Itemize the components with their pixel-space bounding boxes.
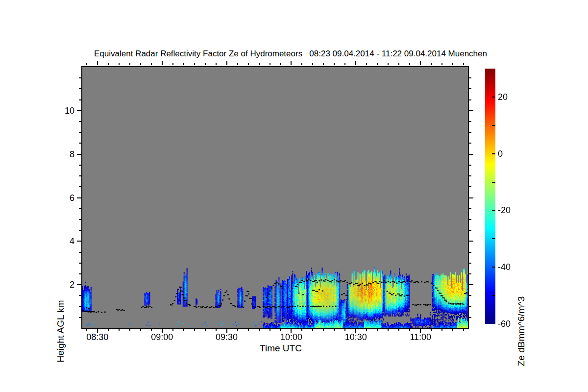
y-minor-tick (469, 273, 471, 274)
x-tick-label: 09:30 (210, 332, 244, 343)
x-minor-tick (140, 329, 141, 331)
x-minor-tick (108, 63, 109, 65)
y-minor-tick (469, 175, 471, 176)
y-tick-label: 10 (55, 106, 74, 116)
y-minor-tick (79, 99, 81, 100)
y-minor-tick (79, 219, 81, 220)
y-minor-tick (469, 77, 471, 78)
x-minor-tick (377, 329, 378, 331)
x-minor-tick (129, 329, 130, 331)
y-minor-tick (469, 306, 471, 307)
y-minor-tick (79, 132, 81, 133)
x-minor-tick (248, 329, 249, 331)
x-minor-tick (463, 63, 464, 65)
x-minor-tick (344, 329, 345, 331)
x-minor-tick (377, 63, 378, 65)
x-minor-tick (334, 63, 335, 65)
y-minor-tick (469, 88, 471, 89)
y-minor-tick (469, 230, 471, 231)
y-tick-label: 2 (55, 280, 74, 290)
y-minor-tick (79, 295, 81, 296)
x-major-tick (226, 61, 227, 65)
colorbar-tick-label: 20 (498, 92, 521, 102)
x-minor-tick (237, 63, 238, 65)
x-minor-tick (441, 329, 442, 331)
x-minor-tick (270, 63, 270, 65)
y-major-tick (469, 110, 473, 111)
x-minor-tick (183, 329, 184, 331)
x-minor-tick (323, 63, 324, 65)
x-minor-tick (452, 329, 453, 331)
y-minor-tick (469, 295, 471, 296)
y-minor-tick (79, 317, 81, 318)
y-minor-tick (469, 143, 471, 144)
colorbar-tick (492, 267, 495, 268)
x-minor-tick (194, 63, 195, 65)
x-minor-tick (301, 329, 302, 331)
x-tick-label: 09:00 (145, 332, 179, 343)
y-minor-tick (79, 165, 81, 166)
colorbar-tick-label: -40 (498, 262, 521, 272)
x-minor-tick (151, 329, 152, 331)
x-minor-tick (431, 63, 432, 65)
radar-reflectivity-figure: Equivalent Radar Reflectivity Factor Ze … (0, 0, 588, 392)
y-minor-tick (79, 306, 81, 307)
x-minor-tick (366, 329, 367, 331)
y-minor-tick (79, 208, 81, 209)
x-minor-tick (237, 329, 238, 331)
y-minor-tick (79, 273, 81, 274)
y-minor-tick (469, 121, 471, 122)
y-minor-tick (469, 219, 471, 220)
y-minor-tick (469, 99, 471, 100)
colorbar-tick (492, 295, 495, 296)
x-minor-tick (216, 329, 217, 331)
y-tick-label: 8 (55, 149, 74, 160)
x-minor-tick (431, 329, 432, 331)
x-major-tick (291, 61, 292, 65)
x-major-tick (355, 61, 356, 65)
x-minor-tick (86, 63, 87, 65)
x-minor-tick (259, 63, 260, 65)
y-minor-tick (79, 230, 81, 231)
colorbar-tick-label: -20 (498, 205, 521, 216)
x-minor-tick (172, 329, 173, 331)
y-minor-tick (79, 88, 81, 89)
y-major-tick (77, 154, 81, 155)
x-tick-label: 11:00 (403, 332, 438, 343)
x-minor-tick (398, 63, 399, 65)
x-minor-tick (280, 63, 281, 65)
x-minor-tick (270, 329, 270, 331)
x-minor-tick (140, 63, 141, 65)
y-major-tick (77, 241, 81, 242)
x-minor-tick (119, 329, 120, 331)
y-minor-tick (469, 132, 471, 133)
x-minor-tick (119, 63, 120, 65)
x-minor-tick (409, 329, 410, 331)
colorbar-tick-label: -60 (498, 319, 521, 329)
x-minor-tick (248, 63, 249, 65)
colorbar-tick (492, 153, 495, 154)
y-major-tick (469, 241, 473, 242)
x-minor-tick (388, 329, 389, 331)
x-minor-tick (183, 63, 184, 65)
x-minor-tick (366, 63, 367, 65)
y-minor-tick (79, 143, 81, 144)
x-minor-tick (205, 329, 206, 331)
x-minor-tick (463, 329, 464, 331)
y-major-tick (469, 154, 473, 155)
y-minor-tick (469, 263, 471, 264)
x-axis-label: Time UTC (232, 343, 330, 354)
y-minor-tick (79, 263, 81, 264)
colorbar-tick (492, 97, 495, 98)
y-major-tick (77, 284, 81, 285)
y-major-tick (77, 110, 81, 111)
x-minor-tick (312, 329, 313, 331)
x-minor-tick (323, 329, 324, 331)
chart-title: Equivalent Radar Reflectivity Factor Ze … (21, 49, 560, 59)
x-minor-tick (86, 329, 87, 331)
colorbar-tick (492, 238, 495, 239)
y-minor-tick (79, 252, 81, 253)
y-minor-tick (79, 77, 81, 78)
x-minor-tick (452, 63, 453, 65)
y-tick-label: 4 (55, 236, 74, 246)
